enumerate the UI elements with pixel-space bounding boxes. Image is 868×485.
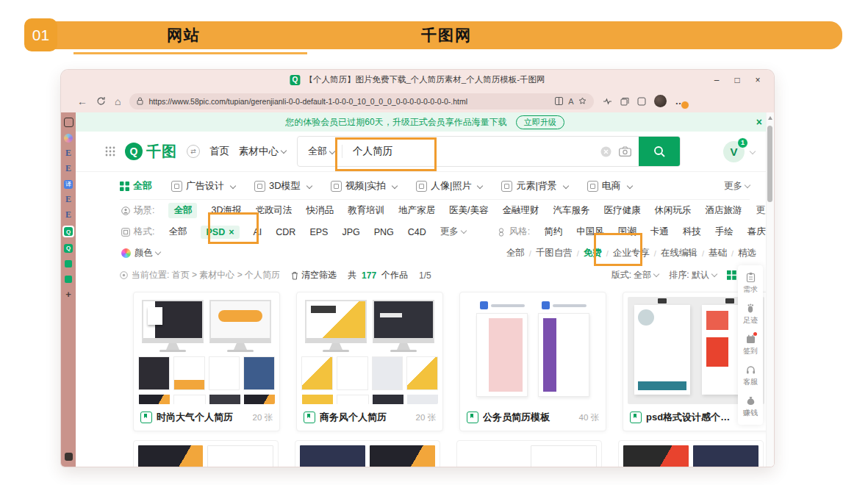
category-all[interactable]: 全部 — [120, 179, 152, 193]
format-all[interactable]: 全部 — [168, 226, 187, 238]
site-logo[interactable]: Q 千图 — [125, 142, 177, 162]
read-aloud-icon[interactable]: A — [568, 97, 573, 106]
scene-all[interactable]: 全部 — [168, 203, 197, 218]
scene-item[interactable]: 快消品 — [306, 204, 334, 217]
tab-favicon-e[interactable]: E — [64, 164, 73, 173]
quick-link-basic[interactable]: 基础 — [709, 247, 727, 259]
address-bar[interactable]: https://www.58pic.com/tupian/gerenjianli… — [129, 93, 594, 109]
split-screen-icon[interactable] — [555, 97, 563, 105]
tab-favicon-e[interactable]: E — [64, 210, 73, 220]
clear-filters-button[interactable]: 清空筛选 — [291, 269, 337, 281]
upgrade-button[interactable]: 立即升级 — [516, 115, 564, 129]
card-title[interactable]: 时尚大气个人简历 — [157, 411, 248, 424]
nav-materials-link[interactable]: 素材中心 — [239, 145, 286, 158]
scrollbar-thumb[interactable] — [767, 126, 772, 202]
format-item[interactable]: JPG — [342, 227, 359, 237]
card-thumbnail[interactable] — [138, 297, 275, 404]
category-portrait[interactable]: 人像|照片 — [416, 179, 482, 193]
scrollbar[interactable] — [766, 112, 774, 467]
category-ecommerce[interactable]: 电商 — [587, 179, 632, 193]
url-text[interactable]: https://www.58pic.com/tupian/gerenjianli… — [148, 97, 550, 106]
scene-item[interactable]: 汽车服务 — [553, 204, 589, 217]
scroll-up-arrow[interactable] — [768, 116, 772, 120]
apps-grid-icon[interactable] — [105, 146, 115, 157]
card-title[interactable]: 公务员简历模板 — [483, 411, 575, 424]
extensions-icon[interactable] — [637, 97, 646, 106]
scene-item[interactable]: 党政司法 — [255, 204, 292, 217]
camera-search-icon[interactable] — [619, 146, 631, 157]
format-item[interactable]: EPS — [309, 227, 328, 237]
favorite-star-icon[interactable] — [578, 97, 587, 105]
result-card[interactable] — [133, 440, 279, 467]
result-card[interactable] — [618, 440, 764, 467]
quick-link-all[interactable]: 全部 — [506, 247, 525, 259]
style-item[interactable]: 简约 — [544, 226, 562, 238]
format-item[interactable]: C4D — [408, 227, 426, 237]
quick-link-online-edit[interactable]: 在线编辑 — [661, 247, 697, 259]
tabstrip-bottom-icon[interactable] — [65, 453, 73, 461]
sort-dropdown[interactable]: 排序: 默认 — [669, 269, 717, 281]
category-3d-model[interactable]: 3D模型 — [254, 179, 312, 193]
user-avatar[interactable]: V1 — [723, 141, 755, 162]
format-item[interactable]: PNG — [374, 227, 394, 237]
scene-item[interactable]: 休闲玩乐 — [654, 204, 691, 217]
tool-footprints[interactable]: 足迹 — [743, 303, 758, 326]
category-ad-design[interactable]: 广告设计 — [171, 179, 235, 193]
browser-essentials-icon[interactable] — [603, 97, 612, 106]
clear-search-icon[interactable] — [600, 146, 611, 157]
active-tab-58pic[interactable]: Q — [62, 226, 74, 237]
tool-support[interactable]: 客服 — [743, 364, 758, 387]
scene-item[interactable]: 地产家居 — [398, 204, 435, 217]
category-video[interactable]: 视频|实拍 — [331, 179, 397, 193]
category-more[interactable]: 更多 — [724, 180, 750, 193]
translate-tab-icon[interactable]: 译 — [64, 180, 73, 189]
format-item[interactable]: CDR — [276, 227, 295, 237]
grid-view-icon[interactable] — [727, 270, 736, 280]
category-element[interactable]: 元素|背景 — [501, 179, 567, 193]
home-icon[interactable]: ⌂ — [115, 96, 121, 107]
card-title[interactable]: psd格式设计感个人... — [646, 411, 738, 424]
tab-favicon-e[interactable]: E — [64, 148, 73, 158]
scene-item[interactable]: 医美/美容 — [449, 204, 488, 217]
quick-link-featured[interactable]: 精选 — [738, 247, 756, 259]
result-card[interactable]: 公务员简历模板 40 张 — [459, 292, 606, 431]
tool-earn[interactable]: 赚钱 — [743, 395, 758, 418]
scene-item[interactable]: 医疗健康 — [603, 204, 640, 217]
back-icon[interactable]: ← — [77, 96, 87, 107]
tab-58pic-icon[interactable] — [65, 276, 72, 283]
result-card[interactable]: 商务风个人简历 20 张 — [296, 292, 443, 431]
style-item[interactable]: 卡通 — [650, 226, 669, 238]
close-button[interactable]: × — [747, 72, 768, 88]
scene-item[interactable]: 酒店旅游 — [705, 204, 742, 217]
result-card[interactable]: 时尚大气个人简历 20 张 — [133, 292, 280, 431]
collections-icon[interactable] — [620, 97, 629, 106]
tool-requests[interactable]: 需求 — [743, 272, 758, 295]
quick-link-self[interactable]: 千图自营 — [536, 247, 573, 259]
result-card[interactable] — [456, 440, 602, 467]
tab-actions-icon[interactable] — [64, 118, 73, 127]
swap-icon[interactable]: ⇄ — [187, 145, 200, 158]
card-title[interactable]: 商务风个人简历 — [320, 411, 412, 424]
style-item[interactable]: 手绘 — [715, 226, 734, 238]
copilot-tab-icon[interactable] — [64, 134, 73, 143]
scene-item[interactable]: 教育培训 — [348, 204, 384, 217]
maximize-button[interactable]: □ — [727, 72, 747, 88]
notice-close-icon[interactable]: × — [756, 116, 762, 128]
style-item[interactable]: 科技 — [683, 226, 701, 238]
card-thumbnail[interactable] — [465, 297, 601, 404]
tab-58pic-icon[interactable]: Q — [64, 244, 73, 253]
card-thumbnail[interactable] — [301, 297, 438, 404]
refresh-icon[interactable] — [96, 96, 106, 106]
format-more[interactable]: 更多 — [440, 226, 466, 238]
tab-58pic-icon[interactable] — [65, 260, 72, 267]
minimize-button[interactable]: – — [706, 72, 727, 88]
scene-item[interactable]: 金融理财 — [502, 204, 539, 217]
style-item[interactable]: 喜庆 — [747, 226, 766, 238]
tab-favicon-e[interactable]: E — [64, 195, 73, 204]
result-card[interactable] — [295, 440, 440, 467]
tool-checkin[interactable]: 签到 — [743, 334, 758, 356]
color-filter[interactable]: 颜色 — [134, 247, 160, 259]
layout-dropdown[interactable]: 版式: 全部 — [611, 269, 659, 281]
new-tab-button[interactable]: + — [64, 290, 73, 299]
settings-menu-icon[interactable]: … — [675, 96, 684, 107]
